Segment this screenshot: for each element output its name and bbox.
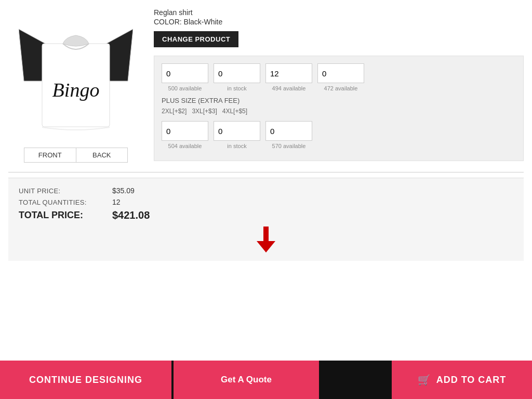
- tab-front[interactable]: FRONT: [24, 148, 76, 162]
- total-price-value: $421.08: [112, 209, 150, 221]
- size-cell-2xl: 504 available: [162, 121, 208, 149]
- plus-size-labels-row: 2XL[+$2] 3XL[+$3] 4XL[+$5]: [162, 108, 516, 117]
- total-price-row: TOTAL PRICE: $421.08: [19, 209, 513, 221]
- size-label-4xl: 4XL[+$5]: [222, 108, 247, 115]
- down-arrow-container: [19, 227, 513, 252]
- continue-designing-button[interactable]: CONTINUE DESIGNING: [0, 361, 171, 399]
- size-cell-m: in stock: [214, 63, 260, 91]
- size-availability-xl: 472 available: [324, 85, 358, 91]
- product-color: COLOR: Black-White: [154, 18, 524, 26]
- unit-price-label: UNIT PRICE:: [19, 187, 112, 195]
- size-availability-s: 500 available: [168, 85, 202, 91]
- size-availability-m: in stock: [227, 85, 246, 91]
- cart-icon: 🛒: [418, 374, 431, 386]
- size-cell-l: 494 available: [265, 63, 312, 91]
- size-input-3xl[interactable]: [214, 121, 260, 141]
- size-cell-2xl-header: 2XL[+$2]: [162, 108, 187, 117]
- total-quantities-value: 12: [112, 198, 121, 206]
- size-availability-3xl: in stock: [227, 143, 246, 149]
- unit-price-value: $35.09: [112, 187, 135, 195]
- size-input-xl[interactable]: [317, 63, 364, 83]
- get-quote-button[interactable]: Get A Quote: [174, 361, 319, 399]
- size-label-2xl: 2XL[+$2]: [162, 108, 187, 115]
- total-price-label: TOTAL PRICE:: [19, 210, 112, 221]
- size-input-2xl[interactable]: [162, 121, 208, 141]
- size-input-4xl[interactable]: [265, 121, 312, 141]
- shirt-image: Bingo: [16, 8, 136, 143]
- svg-rect-4: [263, 227, 269, 241]
- sizes-grid: 500 available in stock 494 available 472…: [154, 56, 524, 161]
- size-availability-4xl: 570 available: [272, 143, 306, 149]
- add-to-cart-label: ADD TO CART: [436, 375, 507, 385]
- size-availability-l: 494 available: [272, 85, 306, 91]
- size-cell-4xl-header: 4XL[+$5]: [222, 108, 247, 117]
- size-cell-3xl-header: 3XL[+$3]: [192, 108, 217, 117]
- unit-price-row: UNIT PRICE: $35.09: [19, 187, 513, 195]
- add-to-cart-button[interactable]: 🛒 ADD TO CART: [392, 361, 532, 399]
- product-image-area: Bingo FRONT BACK: [8, 8, 143, 163]
- size-cell-s: 500 available: [162, 63, 208, 91]
- svg-marker-5: [257, 241, 275, 252]
- regular-sizes-row: 500 available in stock 494 available 472…: [162, 63, 516, 91]
- pricing-section: UNIT PRICE: $35.09 TOTAL QUANTITIES: 12 …: [8, 178, 524, 261]
- size-label-3xl: 3XL[+$3]: [192, 108, 217, 115]
- total-quantities-row: TOTAL QUANTITIES: 12: [19, 198, 513, 206]
- bottom-bar: CONTINUE DESIGNING Get A Quote 🛒 ADD TO …: [0, 361, 532, 399]
- svg-text:Bingo: Bingo: [52, 79, 100, 101]
- shirt-svg: Bingo: [19, 14, 133, 138]
- size-input-m[interactable]: [214, 63, 260, 83]
- product-title: Reglan shirt: [154, 8, 524, 17]
- size-input-l[interactable]: [265, 63, 312, 83]
- down-arrow-icon: [257, 227, 275, 252]
- view-tabs: FRONT BACK: [24, 148, 128, 163]
- change-product-button[interactable]: CHANGE PRODUCT: [154, 31, 238, 47]
- plus-size-label: PLUS SIZE (EXTRA FEE): [162, 97, 516, 104]
- total-quantities-label: TOTAL QUANTITIES:: [19, 198, 112, 206]
- plus-sizes-row: 504 available in stock 570 available: [162, 121, 516, 149]
- size-availability-2xl: 504 available: [168, 143, 202, 149]
- product-info-area: Reglan shirt COLOR: Black-White CHANGE P…: [154, 8, 524, 163]
- size-input-s[interactable]: [162, 63, 208, 83]
- size-cell-4xl: 570 available: [265, 121, 312, 149]
- size-cell-3xl: in stock: [214, 121, 260, 149]
- section-divider: [8, 172, 524, 172]
- tab-back[interactable]: BACK: [76, 148, 128, 162]
- size-cell-xl: 472 available: [317, 63, 364, 91]
